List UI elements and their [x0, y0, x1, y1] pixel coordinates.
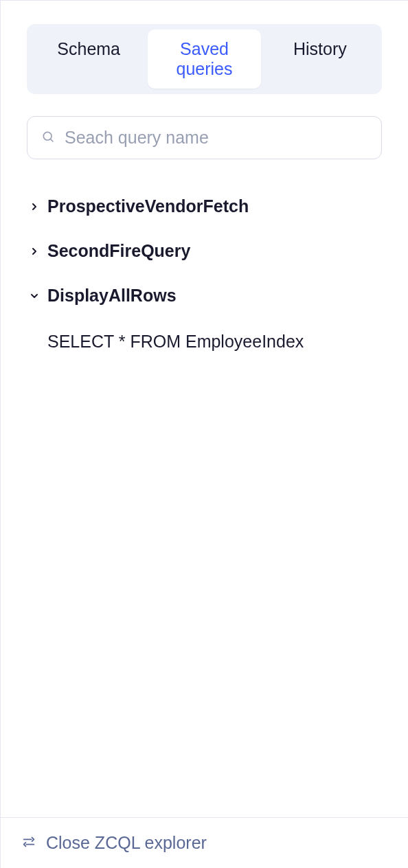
chevron-down-icon	[27, 288, 42, 304]
chevron-right-icon	[27, 199, 42, 214]
query-name: ProspectiveVendorFetch	[47, 196, 249, 216]
explorer-panel: Schema Saved queries History Prospective…	[1, 1, 408, 817]
tab-history[interactable]: History	[264, 30, 376, 89]
collapse-icon	[21, 834, 36, 852]
saved-query-list: ProspectiveVendorFetch SecondFireQuery D…	[27, 184, 382, 358]
tab-saved-queries[interactable]: Saved queries	[148, 30, 260, 89]
close-explorer-button[interactable]: Close ZCQL explorer	[1, 817, 408, 868]
query-item[interactable]: SecondFireQuery	[27, 229, 382, 273]
search-input[interactable]	[65, 128, 367, 148]
search-icon	[41, 130, 55, 146]
chevron-right-icon	[27, 244, 42, 259]
query-name: SecondFireQuery	[47, 241, 190, 261]
query-body[interactable]: SELECT * FROM EmployeeIndex	[27, 318, 382, 358]
query-name: DisplayAllRows	[47, 286, 177, 306]
svg-line-1	[51, 139, 54, 141]
svg-point-0	[43, 132, 52, 140]
tabs-bar: Schema Saved queries History	[27, 24, 382, 94]
close-explorer-label: Close ZCQL explorer	[46, 833, 207, 853]
tab-schema[interactable]: Schema	[32, 30, 145, 89]
search-field[interactable]	[27, 116, 382, 159]
query-item[interactable]: DisplayAllRows	[27, 273, 382, 318]
query-item[interactable]: ProspectiveVendorFetch	[27, 184, 382, 229]
